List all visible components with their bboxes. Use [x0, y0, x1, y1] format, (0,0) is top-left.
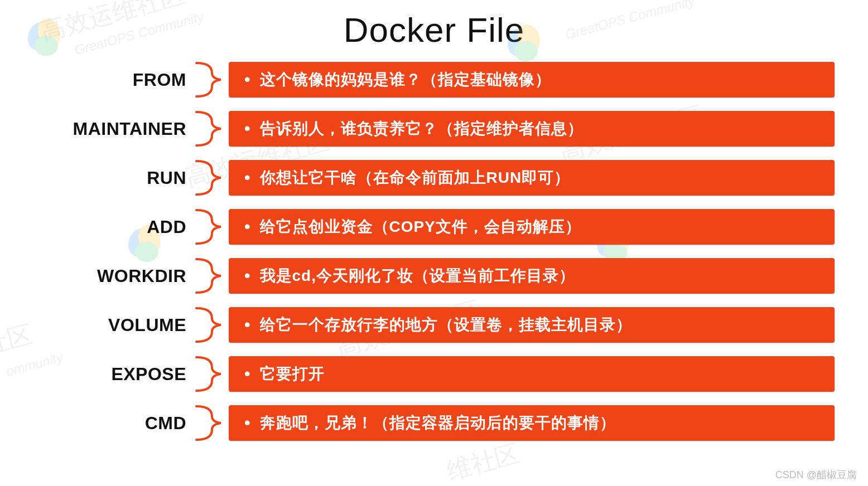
brace-icon [190, 403, 229, 443]
instruction-row-add: ADD 给它点创业资金（COPY文件，会自动解压） [33, 207, 835, 247]
instruction-row-cmd: CMD 奔跑吧，兄弟！（指定容器启动后的要干的事情） [33, 403, 835, 443]
brace-icon [190, 305, 229, 345]
instruction-label: MAINTAINER [33, 119, 190, 139]
instruction-label: CMD [33, 413, 190, 434]
instruction-row-maintainer: MAINTAINER 告诉别人，谁负责养它？（指定维护者信息） [33, 109, 835, 149]
instruction-description: 告诉别人，谁负责养它？（指定维护者信息） [229, 111, 835, 147]
instruction-row-from: FROM 这个镜像的妈妈是谁？（指定基础镜像） [33, 60, 835, 100]
brace-icon [190, 256, 229, 296]
instruction-label: RUN [33, 168, 190, 188]
brace-icon [190, 354, 229, 394]
instruction-description: 给它点创业资金（COPY文件，会自动解压） [229, 209, 835, 245]
instruction-description: 这个镜像的妈妈是谁？（指定基础镜像） [229, 62, 835, 98]
instruction-description: 你想让它干啥（在命令前面加上RUN即可） [229, 160, 835, 196]
brace-icon [190, 109, 229, 149]
instruction-row-workdir: WORKDIR 我是cd,今天刚化了妆（设置当前工作目录） [33, 256, 835, 296]
dockerfile-instruction-list: FROM 这个镜像的妈妈是谁？（指定基础镜像） MAINTAINER 告诉别人，… [0, 60, 868, 443]
instruction-row-expose: EXPOSE 它要打开 [33, 354, 835, 394]
instruction-row-volume: VOLUME 给它一个存放行李的地方（设置卷，挂载主机目录） [33, 305, 835, 345]
page-title: Docker File [0, 10, 868, 50]
instruction-label: EXPOSE [33, 364, 190, 385]
instruction-description: 奔跑吧，兄弟！（指定容器启动后的要干的事情） [229, 405, 835, 441]
instruction-label: FROM [33, 70, 190, 90]
instruction-label: ADD [33, 217, 190, 237]
watermark-text: 维社区 [443, 437, 523, 486]
instruction-row-run: RUN 你想让它干啥（在命令前面加上RUN即可） [33, 158, 835, 198]
instruction-label: WORKDIR [33, 266, 190, 286]
brace-icon [190, 158, 229, 198]
brace-icon [190, 60, 229, 100]
instruction-description: 它要打开 [229, 356, 835, 392]
brace-icon [190, 207, 229, 247]
instruction-description: 我是cd,今天刚化了妆（设置当前工作目录） [229, 258, 835, 294]
attribution-text: CSDN @醋椒豆腐 [775, 468, 857, 482]
instruction-description: 给它一个存放行李的地方（设置卷，挂载主机目录） [229, 307, 835, 343]
instruction-label: VOLUME [33, 315, 190, 336]
